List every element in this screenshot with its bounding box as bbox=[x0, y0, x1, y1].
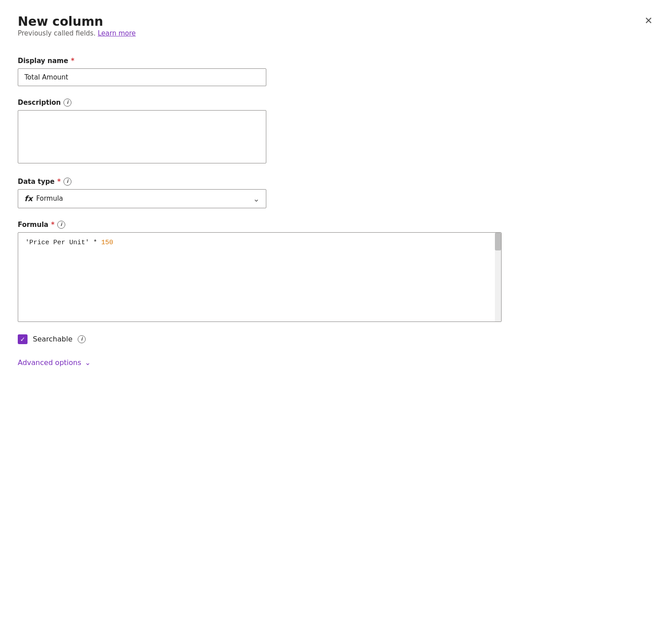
searchable-info-icon[interactable]: i bbox=[78, 335, 86, 343]
searchable-row: ✓ Searchable i bbox=[18, 334, 654, 344]
new-column-panel: New column Previously called fields. Lea… bbox=[0, 0, 672, 627]
formula-group: Formula * i 'Price Per Unit' * 150 bbox=[18, 221, 654, 322]
display-name-label: Display name * bbox=[18, 57, 654, 65]
formula-string-part: 'Price Per Unit' * bbox=[25, 239, 101, 246]
data-type-select[interactable]: fx Formula ⌄ bbox=[18, 189, 266, 208]
formula-label: Formula * i bbox=[18, 221, 654, 229]
searchable-label: Searchable bbox=[33, 335, 72, 343]
display-name-group: Display name * bbox=[18, 57, 654, 86]
description-info-icon[interactable]: i bbox=[63, 99, 71, 107]
formula-display[interactable]: 'Price Per Unit' * 150 bbox=[18, 233, 501, 321]
data-type-chevron-icon: ⌄ bbox=[253, 194, 260, 203]
display-name-required: * bbox=[71, 57, 75, 65]
formula-number-part: 150 bbox=[101, 239, 113, 246]
formula-wrapper: 'Price Per Unit' * 150 bbox=[18, 232, 502, 322]
fx-icon: fx bbox=[24, 194, 32, 203]
data-type-group: Data type * i fx Formula ⌄ bbox=[18, 178, 654, 208]
data-type-value: Formula bbox=[36, 194, 63, 202]
panel-title: New column bbox=[18, 14, 136, 29]
data-type-select-inner: fx Formula bbox=[24, 194, 63, 203]
searchable-checkbox[interactable]: ✓ bbox=[18, 334, 28, 344]
advanced-options-row[interactable]: Advanced options ⌄ bbox=[18, 358, 654, 367]
data-type-label: Data type * i bbox=[18, 178, 654, 186]
formula-required: * bbox=[51, 221, 55, 229]
panel-title-area: New column Previously called fields. Lea… bbox=[18, 14, 136, 53]
data-type-required: * bbox=[57, 178, 61, 186]
display-name-input[interactable] bbox=[18, 68, 266, 86]
formula-scrollbar-thumb bbox=[495, 233, 501, 250]
checkmark-icon: ✓ bbox=[20, 336, 25, 342]
panel-header: New column Previously called fields. Lea… bbox=[18, 14, 654, 53]
advanced-options-chevron-icon: ⌄ bbox=[85, 358, 91, 367]
panel-subtitle: Previously called fields. Learn more bbox=[18, 29, 136, 37]
description-textarea[interactable] bbox=[18, 110, 266, 163]
description-group: Description i bbox=[18, 99, 654, 165]
formula-scrollbar-track bbox=[495, 233, 501, 321]
learn-more-link[interactable]: Learn more bbox=[98, 29, 136, 37]
close-button[interactable]: ✕ bbox=[643, 14, 654, 28]
data-type-info-icon[interactable]: i bbox=[63, 178, 71, 186]
advanced-options-link[interactable]: Advanced options bbox=[18, 358, 81, 367]
description-label: Description i bbox=[18, 99, 654, 107]
formula-info-icon[interactable]: i bbox=[57, 221, 65, 229]
formula-inner: 'Price Per Unit' * 150 bbox=[18, 233, 501, 321]
